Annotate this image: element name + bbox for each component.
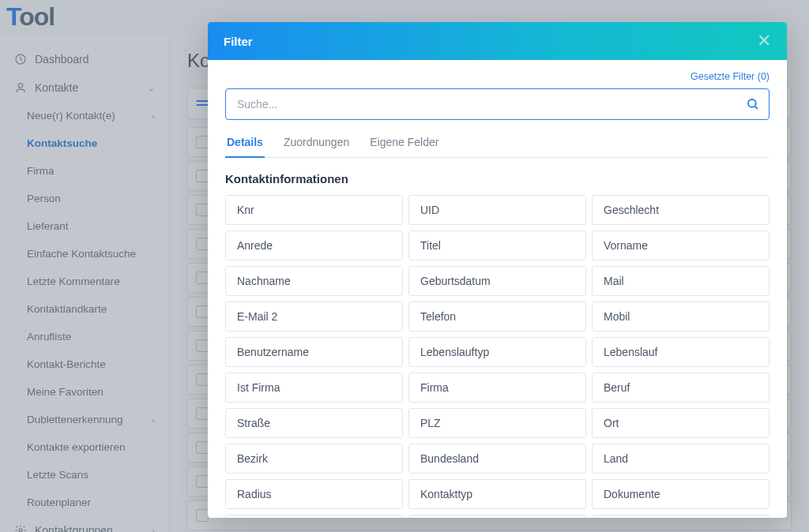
search-input[interactable] [225, 88, 769, 120]
field-plz[interactable]: PLZ [408, 408, 586, 438]
field-anrede[interactable]: Anrede [225, 230, 403, 260]
field-firma[interactable]: Firma [408, 373, 586, 403]
field-beruf[interactable]: Beruf [592, 373, 769, 403]
field-mail[interactable]: Mail [592, 266, 769, 296]
field-kontakttyp[interactable]: Kontakttyp [408, 479, 586, 509]
tab-details[interactable]: Details [225, 129, 265, 158]
section-title: Kontaktinformationen [225, 172, 769, 185]
field-radius[interactable]: Radius [225, 479, 403, 509]
field-mobil[interactable]: Mobil [592, 302, 769, 332]
modal-body: Gesetzte Filter (0) Details Zuordnungen … [208, 60, 787, 518]
set-filters-link[interactable]: Gesetzte Filter (0) [225, 71, 769, 82]
field-land[interactable]: Land [592, 444, 769, 474]
field-telefon[interactable]: Telefon [408, 302, 586, 332]
field-dokumente[interactable]: Dokumente [592, 479, 769, 509]
field-nachname[interactable]: Nachname [225, 266, 403, 296]
field-geburtsdatum[interactable]: Geburtsdatum [408, 266, 586, 296]
field-bezirk[interactable]: Bezirk [225, 444, 403, 474]
tab-zuordnungen[interactable]: Zuordnungen [282, 129, 351, 158]
modal-title: Filter [224, 35, 253, 48]
tab-eigene-felder[interactable]: Eigene Felder [368, 129, 440, 158]
field-vorname[interactable]: Vorname [592, 230, 769, 260]
field-veranstaltung[interactable]: Veranstaltung [225, 515, 403, 518]
field-grid: Knr UID Geschlecht Anrede Titel Vorname … [225, 195, 769, 518]
search-wrapper [225, 88, 769, 120]
field-email2[interactable]: E-Mail 2 [225, 302, 403, 332]
modal-tabs: Details Zuordnungen Eigene Felder [225, 129, 769, 158]
close-icon[interactable]: ✕ [757, 31, 771, 51]
field-strasse[interactable]: Straße [225, 408, 403, 438]
field-anlagedatum[interactable]: Anlagedatum [592, 515, 769, 518]
field-ort[interactable]: Ort [592, 408, 769, 438]
field-uid[interactable]: UID [408, 195, 586, 225]
filter-modal: Filter ✕ Gesetzte Filter (0) Details Zuo… [208, 22, 787, 518]
field-geschlecht[interactable]: Geschlecht [592, 195, 769, 225]
field-zustaendiger-mitarbeiter[interactable]: Zuständiger Mitarbeiter [408, 515, 586, 518]
modal-header: Filter ✕ [208, 22, 787, 60]
field-knr[interactable]: Knr [225, 195, 403, 225]
field-bundesland[interactable]: Bundesland [408, 444, 586, 474]
field-titel[interactable]: Titel [408, 230, 586, 260]
field-lebenslauf[interactable]: Lebenslauf [592, 337, 769, 367]
field-ist-firma[interactable]: Ist Firma [225, 373, 403, 403]
svg-point-3 [748, 99, 756, 107]
field-benutzername[interactable]: Benutzername [225, 337, 403, 367]
field-lebenslauftyp[interactable]: Lebenslauftyp [408, 337, 586, 367]
search-icon[interactable] [746, 97, 760, 111]
